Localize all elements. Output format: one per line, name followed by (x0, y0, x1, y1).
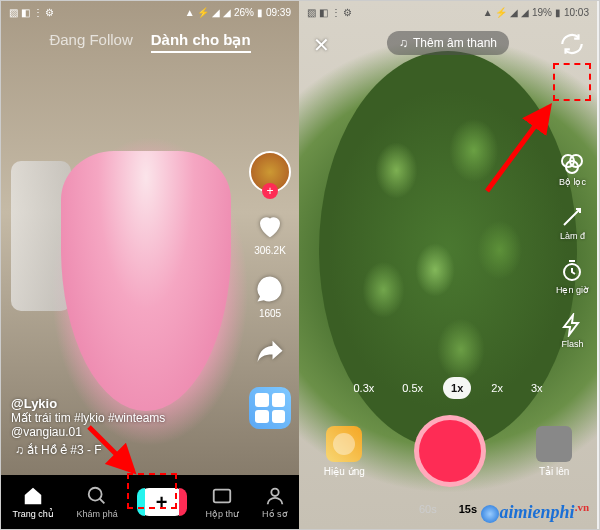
signal-icon: ▲ ⚡ ◢ ◢ (185, 7, 231, 18)
signal-icon: ▲ ⚡ ◢ ◢ (483, 7, 529, 18)
tab-following[interactable]: Đang Follow (49, 31, 132, 53)
sound-author: @vangiau.01 (11, 425, 165, 439)
side-action-bar: 306.2K 1605 (249, 151, 291, 429)
battery-icon: ▮ (257, 7, 263, 18)
like-button[interactable]: 306.2K (254, 211, 286, 256)
like-count: 306.2K (254, 245, 286, 256)
effects-icon (326, 426, 362, 462)
svg-point-2 (271, 489, 278, 496)
author-avatar[interactable] (249, 151, 291, 193)
clock: 09:39 (266, 7, 291, 18)
music-note-icon: ♫ (399, 36, 408, 50)
watermark: aimienphi.vn (481, 501, 589, 523)
tiktok-camera-screen: ▧ ◧ ⋮ ⚙ ▲ ⚡ ◢ ◢ 19% ▮ 10:03 ✕ ♫ Thêm âm … (299, 1, 597, 529)
comment-button[interactable]: 1605 (255, 274, 285, 319)
tiktok-feed-screen: ▧ ◧ ⋮ ⚙ ▲ ⚡ ◢ ◢ 26% ▮ 09:39 Đang Follow … (1, 1, 299, 529)
grid-icon[interactable] (249, 387, 291, 429)
nav-inbox[interactable]: Hộp thư (206, 485, 240, 519)
zoom-0.3x[interactable]: 0.3x (345, 377, 382, 399)
clock: 10:03 (564, 7, 589, 18)
comment-count: 1605 (255, 308, 285, 319)
globe-icon (481, 505, 499, 523)
duration-60s[interactable]: 60s (419, 503, 437, 515)
close-button[interactable]: ✕ (313, 33, 330, 57)
duration-15s[interactable]: 15s (459, 503, 477, 515)
zoom-selector: 0.3x 0.5x 1x 2x 3x (299, 377, 597, 399)
flash-button[interactable]: Flash (560, 313, 584, 349)
battery-icon: ▮ (555, 7, 561, 18)
tab-for-you[interactable]: Dành cho bạn (151, 31, 251, 53)
flip-camera-button[interactable] (559, 31, 585, 57)
share-button[interactable] (255, 337, 285, 369)
filter-button[interactable]: Bộ lọc (559, 151, 586, 187)
upload-button[interactable]: Tải lên (536, 426, 572, 477)
author-username[interactable]: @Lykio (11, 396, 165, 411)
svg-rect-1 (214, 490, 231, 503)
timer-button[interactable]: Hẹn giờ (556, 259, 589, 295)
nav-home[interactable]: Trang chủ (12, 485, 53, 519)
record-button[interactable] (414, 415, 486, 487)
status-bar: ▧ ◧ ⋮ ⚙ ▲ ⚡ ◢ ◢ 26% ▮ 09:39 (1, 1, 299, 23)
status-bar: ▧ ◧ ⋮ ⚙ ▲ ⚡ ◢ ◢ 19% ▮ 10:03 (299, 1, 597, 23)
zoom-2x[interactable]: 2x (483, 377, 511, 399)
status-icons-left: ▧ ◧ ⋮ ⚙ (9, 7, 54, 18)
effects-button[interactable]: Hiệu ứng (324, 426, 365, 477)
feed-tabs: Đang Follow Dành cho bạn (1, 31, 299, 53)
zoom-0.5x[interactable]: 0.5x (394, 377, 431, 399)
svg-point-0 (89, 488, 102, 501)
music-marquee[interactable]: ♫ ắt Hồ ẻ #3 - F (11, 443, 165, 457)
plus-icon: + (156, 491, 168, 514)
beauty-button[interactable]: Làm đ (560, 205, 585, 241)
status-icons-left: ▧ ◧ ⋮ ⚙ (307, 7, 352, 18)
record-row: Hiệu ứng Tải lên (299, 415, 597, 487)
camera-tools: Bộ lọc Làm đ Hẹn giờ Flash (556, 151, 589, 349)
status-icons-right: ▲ ⚡ ◢ ◢ 26% ▮ 09:39 (185, 7, 291, 18)
status-icons-right: ▲ ⚡ ◢ ◢ 19% ▮ 10:03 (483, 7, 589, 18)
caption-text: Mất trái tim #lykio #winteams (11, 411, 165, 425)
nav-profile[interactable]: Hồ sơ (262, 485, 288, 519)
battery-percent: 19% (532, 7, 552, 18)
zoom-1x[interactable]: 1x (443, 377, 471, 399)
nav-create-button[interactable]: + (141, 488, 183, 516)
upload-thumbnail (536, 426, 572, 462)
bottom-nav: Trang chủ Khám phá + Hộp thư Hồ sơ (1, 475, 299, 529)
zoom-3x[interactable]: 3x (523, 377, 551, 399)
add-sound-button[interactable]: ♫ Thêm âm thanh (387, 31, 509, 55)
battery-percent: 26% (234, 7, 254, 18)
video-caption: @Lykio Mất trái tim #lykio #winteams @va… (11, 396, 165, 457)
nav-discover[interactable]: Khám phá (77, 485, 118, 519)
